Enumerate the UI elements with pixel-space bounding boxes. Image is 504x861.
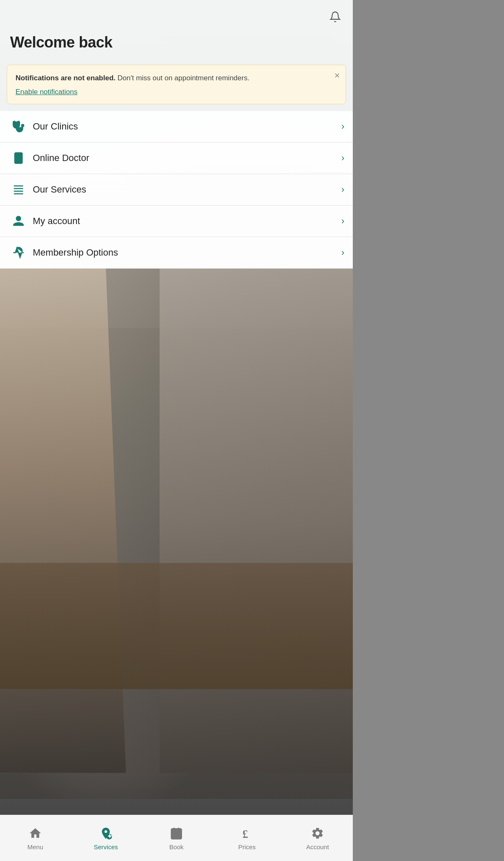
menu-label-membership-options: Membership Options (33, 247, 341, 258)
svg-rect-4 (14, 188, 24, 189)
services-icon (98, 826, 113, 841)
enable-notifications-link[interactable]: Enable notifications (16, 88, 327, 96)
svg-rect-6 (14, 193, 24, 194)
notification-body: Don't miss out on appointment reminders. (118, 74, 249, 82)
person-icon (8, 215, 29, 227)
nav-item-book[interactable]: Book (141, 822, 212, 854)
welcome-section: Welcome back (0, 29, 353, 61)
gear-icon (310, 826, 325, 841)
svg-text:£: £ (242, 828, 248, 840)
notification-message: Notifications are not enabled. Don't mis… (16, 73, 327, 84)
list-icon (8, 183, 29, 196)
notification-banner: Notifications are not enabled. Don't mis… (7, 65, 346, 104)
nav-label-book: Book (169, 843, 184, 850)
hero-photo-area (0, 269, 353, 773)
figure-left (0, 269, 126, 773)
top-bar (0, 0, 353, 29)
svg-rect-3 (14, 185, 24, 187)
menu-item-membership-options[interactable]: Membership Options › (0, 237, 353, 269)
home-icon (28, 826, 43, 841)
nav-label-account: Account (306, 843, 329, 850)
nav-item-services[interactable]: Services (71, 822, 141, 854)
chevron-icon-my-account: › (341, 216, 344, 227)
heartbeat-icon (8, 246, 29, 259)
svg-rect-8 (171, 829, 181, 839)
menu-list: Our Clinics › Online Doctor › (0, 111, 353, 269)
chevron-icon-our-services: › (341, 184, 344, 195)
svg-rect-5 (14, 190, 24, 192)
menu-item-our-clinics[interactable]: Our Clinics › (0, 111, 353, 143)
nav-item-prices[interactable]: £ Prices (212, 822, 282, 854)
menu-item-online-doctor[interactable]: Online Doctor › (0, 143, 353, 174)
bottom-navigation: Menu Services Book £ (0, 815, 353, 861)
stethoscope-icon (8, 120, 29, 133)
close-notification-button[interactable]: × (334, 71, 340, 80)
nav-label-prices: Prices (238, 843, 256, 850)
desk-area (0, 563, 353, 689)
svg-point-0 (22, 124, 24, 127)
menu-label-our-clinics: Our Clinics (33, 121, 341, 132)
chevron-icon-membership-options: › (341, 247, 344, 258)
nav-item-account[interactable]: Account (282, 822, 353, 854)
chevron-icon-online-doctor: › (341, 153, 344, 164)
phone-icon (8, 152, 29, 164)
chevron-icon-our-clinics: › (341, 121, 344, 132)
welcome-title: Welcome back (10, 34, 343, 51)
menu-label-my-account: My account (33, 216, 341, 227)
menu-label-online-doctor: Online Doctor (33, 153, 341, 164)
menu-item-my-account[interactable]: My account › (0, 206, 353, 237)
menu-item-our-services[interactable]: Our Services › (0, 174, 353, 206)
main-content: Welcome back Notifications are not enabl… (0, 0, 353, 773)
calendar-check-icon (169, 826, 184, 841)
nav-label-services: Services (94, 843, 118, 850)
figure-right (160, 269, 353, 773)
menu-label-our-services: Our Services (33, 184, 341, 195)
pound-icon: £ (239, 826, 255, 841)
notification-bell-icon[interactable] (328, 9, 343, 24)
nav-item-menu[interactable]: Menu (0, 822, 71, 854)
notification-bold: Notifications are not enabled. (16, 74, 116, 82)
nav-label-menu: Menu (27, 843, 43, 850)
